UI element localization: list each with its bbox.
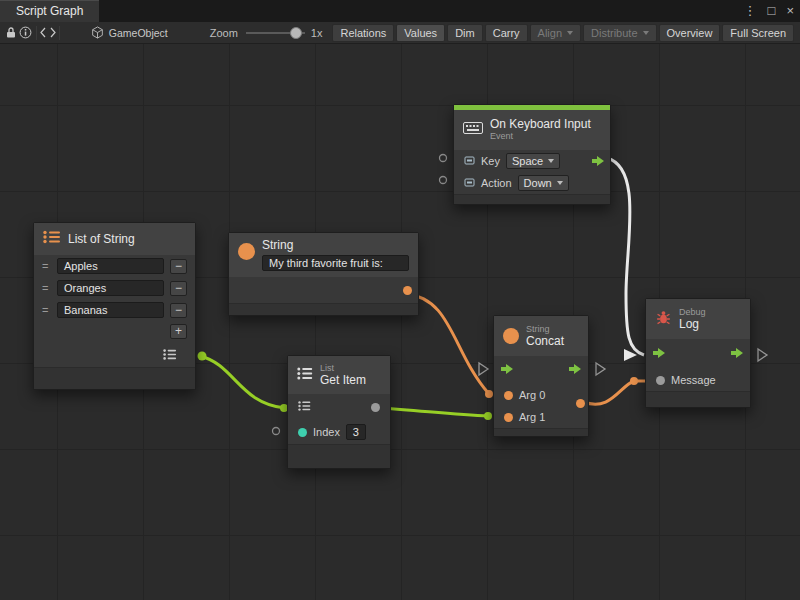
- wire-endpoint: [485, 390, 493, 398]
- key-port-label: Key: [481, 155, 500, 167]
- node-footer: [494, 428, 588, 436]
- item-out-port[interactable]: [371, 403, 380, 412]
- zoom-slider-knob[interactable]: [290, 27, 302, 39]
- info-icon[interactable]: [18, 23, 32, 43]
- remove-item-button[interactable]: −: [170, 259, 187, 274]
- drag-handle-icon[interactable]: =: [42, 260, 51, 272]
- list-item-input-2[interactable]: Bananas: [57, 302, 164, 318]
- pane-menu-icon[interactable]: ⋮: [744, 0, 757, 22]
- value-wire-list-to-getitem[interactable]: [200, 356, 285, 408]
- align-button[interactable]: Align: [530, 24, 581, 42]
- arg0-in-port[interactable]: [504, 391, 513, 400]
- key-dropdown[interactable]: Space: [506, 153, 560, 169]
- zoom-slider[interactable]: [246, 26, 305, 40]
- node-footer: [454, 194, 610, 204]
- values-button[interactable]: Values: [396, 24, 445, 42]
- bug-icon: [655, 309, 672, 330]
- node-list-of-string[interactable]: List of String = Apples − = Oranges − = …: [33, 222, 196, 390]
- node-title: Get Item: [320, 374, 366, 387]
- flow-in-port[interactable]: [500, 363, 514, 377]
- node-get-item[interactable]: List Get Item Index 3: [287, 355, 391, 469]
- index-port-label: Index: [313, 426, 340, 438]
- toolbar-separator: [36, 26, 37, 40]
- index-in-port[interactable]: [298, 428, 307, 437]
- chevron-down-icon: [567, 31, 573, 35]
- port-stub-index[interactable]: [273, 428, 280, 435]
- arg0-port-label: Arg 0: [519, 389, 545, 401]
- dim-button[interactable]: Dim: [447, 24, 483, 42]
- keycap-icon: [464, 177, 475, 190]
- zoom-value: 1x: [311, 27, 323, 39]
- list-out-port[interactable]: [163, 349, 177, 362]
- node-title: List of String: [68, 233, 135, 246]
- node-footer: [229, 303, 418, 315]
- port-stub-concat-enter[interactable]: [479, 363, 488, 375]
- code-icon[interactable]: [40, 23, 56, 43]
- tab-script-graph[interactable]: Script Graph: [0, 0, 99, 22]
- close-icon[interactable]: ×: [786, 0, 794, 22]
- port-stub-log-exit[interactable]: [758, 349, 767, 361]
- message-in-port[interactable]: [656, 376, 665, 385]
- overview-button[interactable]: Overview: [659, 24, 721, 42]
- wire-endpoint: [630, 377, 638, 385]
- list-in-port[interactable]: [298, 401, 311, 413]
- relations-button[interactable]: Relations: [332, 24, 394, 42]
- arg1-in-port[interactable]: [504, 413, 513, 422]
- list-item-input-1[interactable]: Oranges: [57, 280, 164, 296]
- graph-canvas[interactable]: On Keyboard Input Event Key Space Action…: [0, 44, 800, 600]
- toolbar-separator: [59, 26, 60, 40]
- string-out-port[interactable]: [403, 286, 412, 295]
- string-value-input[interactable]: My third favorite fruit is:: [262, 255, 409, 271]
- node-string-concat[interactable]: String Concat Arg 0 Arg 1: [493, 315, 589, 437]
- port-stub-concat-exit[interactable]: [596, 363, 605, 375]
- keycap-icon: [464, 155, 475, 168]
- carry-button[interactable]: Carry: [485, 24, 528, 42]
- action-port-label: Action: [481, 177, 512, 189]
- maximize-icon[interactable]: □: [768, 0, 776, 22]
- remove-item-button[interactable]: −: [170, 281, 187, 296]
- list-icon: [297, 366, 313, 384]
- port-stub-action[interactable]: [440, 177, 447, 184]
- chevron-down-icon: [643, 31, 649, 35]
- node-title: On Keyboard Input: [490, 118, 591, 131]
- drag-handle-icon[interactable]: =: [42, 304, 51, 316]
- node-subtitle: Event: [490, 131, 591, 142]
- node-title: Concat: [526, 335, 564, 348]
- fullscreen-button[interactable]: Full Screen: [722, 24, 794, 42]
- tab-title: Script Graph: [16, 4, 83, 18]
- control-wire-keyboard-to-log[interactable]: [607, 158, 644, 355]
- value-wire-getitem-to-arg1[interactable]: [379, 408, 489, 416]
- titlebar: Script Graph ⋮ □ ×: [0, 0, 800, 22]
- node-footer: [288, 444, 390, 468]
- node-title: Log: [679, 318, 706, 331]
- flow-out-port[interactable]: [730, 347, 744, 361]
- chevron-down-icon: [548, 159, 554, 163]
- lock-icon[interactable]: [4, 23, 18, 43]
- list-icon: [43, 230, 61, 248]
- string-icon: [503, 328, 519, 344]
- node-string-literal[interactable]: String My third favorite fruit is:: [228, 232, 419, 316]
- drag-handle-icon[interactable]: =: [42, 282, 51, 294]
- flow-out-port[interactable]: [568, 363, 582, 377]
- graph-target[interactable]: GameObject: [91, 26, 168, 39]
- flow-in-port[interactable]: [652, 347, 666, 361]
- add-item-button[interactable]: +: [170, 324, 187, 339]
- keyboard-icon: [463, 121, 483, 139]
- chevron-down-icon: [557, 181, 563, 185]
- list-item-input-0[interactable]: Apples: [57, 258, 164, 274]
- string-icon: [238, 243, 255, 260]
- node-debug-log[interactable]: Debug Log Message: [645, 298, 751, 408]
- distribute-label: Distribute: [591, 27, 637, 39]
- distribute-button[interactable]: Distribute: [583, 24, 656, 42]
- wire-endpoint: [198, 352, 207, 361]
- node-on-keyboard-input[interactable]: On Keyboard Input Event Key Space Action…: [453, 104, 611, 205]
- node-footer: [646, 391, 750, 407]
- flow-out-port[interactable]: [591, 155, 605, 169]
- result-out-port[interactable]: [576, 399, 585, 408]
- port-stub-key[interactable]: [440, 155, 447, 162]
- action-dropdown-value: Down: [524, 177, 552, 189]
- index-input[interactable]: 3: [346, 424, 366, 440]
- remove-item-button[interactable]: −: [170, 303, 187, 318]
- action-dropdown[interactable]: Down: [518, 175, 569, 191]
- target-label: GameObject: [109, 27, 168, 39]
